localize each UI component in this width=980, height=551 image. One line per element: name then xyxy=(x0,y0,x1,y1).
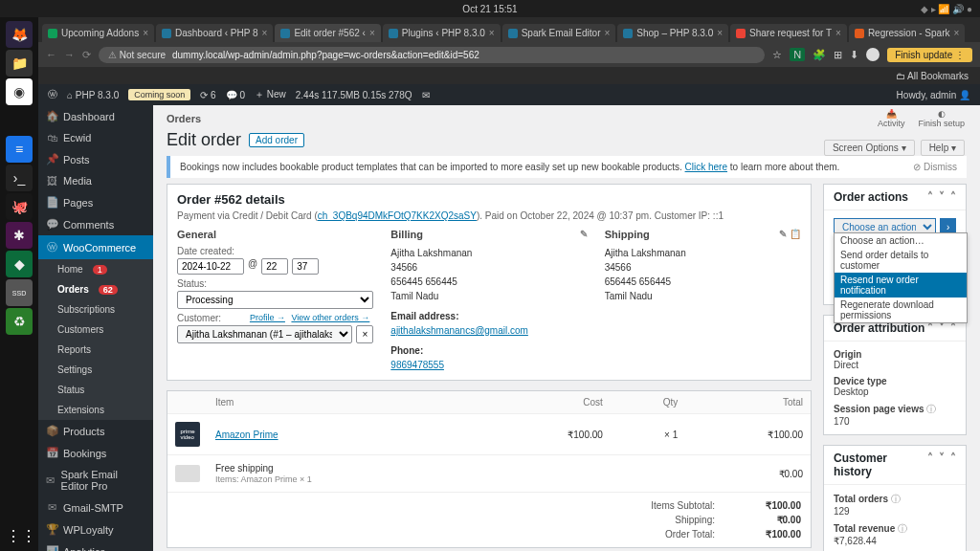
chevron-up-icon[interactable]: ˄ xyxy=(927,190,933,204)
edit-billing-button[interactable]: ✎ xyxy=(580,229,588,240)
howdy-user[interactable]: Howdy, admin 👤 xyxy=(897,90,970,100)
ext-icon[interactable]: N xyxy=(790,48,805,61)
back-button[interactable]: ← xyxy=(46,49,56,60)
menu-analytics[interactable]: 📊Analytics xyxy=(38,540,153,551)
menu-gmail[interactable]: ✉Gmail-SMTP xyxy=(38,496,153,518)
hour-input[interactable] xyxy=(261,258,288,275)
help-button[interactable]: Help ▾ xyxy=(921,140,965,156)
close-icon[interactable]: × xyxy=(262,28,268,38)
tab[interactable]: Share request for T× xyxy=(730,24,847,42)
submenu-settings[interactable]: Settings xyxy=(38,360,153,380)
menu-ecwid[interactable]: 🛍Ecwid xyxy=(38,127,153,148)
dismiss-button[interactable]: ⊘ Dismiss xyxy=(913,162,957,172)
all-bookmarks-link[interactable]: 🗀 All Bookmarks xyxy=(896,71,969,81)
mail-icon[interactable]: ✉ xyxy=(422,90,430,100)
submenu-customers[interactable]: Customers xyxy=(38,320,153,340)
close-icon[interactable]: × xyxy=(835,28,841,38)
tab[interactable]: Spark Email Editor× xyxy=(502,24,616,42)
chevron-down-icon[interactable]: ˅ xyxy=(939,452,945,478)
tab[interactable]: Plugins ‹ PHP 8.3.0× xyxy=(383,24,501,42)
menu-pages[interactable]: 📄Pages xyxy=(38,191,153,213)
submenu-status[interactable]: Status xyxy=(38,380,153,400)
dropdown-option[interactable]: Regenerate download permissions xyxy=(835,298,967,322)
terminal-icon[interactable]: ›_ xyxy=(6,165,33,191)
date-input[interactable] xyxy=(177,258,244,275)
phone-link[interactable]: 9869478555 xyxy=(390,358,587,372)
slack-icon[interactable]: ✱ xyxy=(6,222,33,249)
menu-comments[interactable]: 💬Comments xyxy=(38,213,153,235)
payment-link[interactable]: ch_3QBq94DMkFOtQ7KK2XQ2saSY xyxy=(318,210,477,221)
submenu-reports[interactable]: Reports xyxy=(38,340,153,360)
chevron-up-icon[interactable]: ˄ xyxy=(950,321,956,335)
submenu-subscriptions[interactable]: Subscriptions xyxy=(38,299,153,320)
chevron-down-icon[interactable]: ˅ xyxy=(939,321,945,335)
product-link[interactable]: Amazon Prime xyxy=(215,430,278,440)
menu-wployalty[interactable]: 🏆WPLoyalty xyxy=(38,518,153,540)
dropdown-option[interactable]: Send order details to customer xyxy=(835,248,967,273)
comments-icon[interactable]: 💬 0 xyxy=(226,90,245,100)
menu-products[interactable]: 📦Products xyxy=(38,420,153,442)
dropdown-option[interactable]: Choose an action… xyxy=(835,233,967,248)
chevron-up-icon[interactable]: ˄ xyxy=(950,452,956,478)
info-icon[interactable]: ⓘ xyxy=(891,494,901,504)
site-name[interactable]: ⌂ PHP 8.3.0 xyxy=(67,90,119,100)
tab[interactable]: Dashboard ‹ PHP 8× xyxy=(156,24,273,42)
tab[interactable]: Regression - Spark× xyxy=(849,24,965,42)
ssd-icon[interactable]: SSD xyxy=(6,279,33,306)
menu-dashboard[interactable]: 🏠Dashboard xyxy=(38,105,153,127)
chevron-down-icon[interactable]: ˅ xyxy=(939,190,945,204)
menu-bookings[interactable]: 📅Bookings xyxy=(38,442,153,464)
close-icon[interactable]: × xyxy=(369,28,375,38)
submenu-home[interactable]: Home1 xyxy=(38,259,153,279)
address-bar[interactable]: ⚠ Not secure dummy.local/wp-admin/admin.… xyxy=(99,47,765,63)
view-orders-link[interactable]: View other orders → xyxy=(291,313,369,322)
add-order-button[interactable]: Add order xyxy=(249,133,304,147)
profile-link[interactable]: Profile → xyxy=(250,313,285,322)
menu-media[interactable]: 🖼Media xyxy=(38,170,153,191)
tab-active[interactable]: Edit order #562 ‹× xyxy=(275,24,380,42)
download-icon[interactable]: ⬇ xyxy=(850,49,858,61)
menu-posts[interactable]: 📌Posts xyxy=(38,148,153,170)
activity-button[interactable]: 📥Activity xyxy=(878,109,905,128)
close-icon[interactable]: × xyxy=(604,28,610,38)
minute-input[interactable] xyxy=(292,258,319,275)
wp-logo-icon[interactable]: ⓦ xyxy=(48,88,57,101)
finish-update-button[interactable]: Finish update ⋮ xyxy=(887,48,972,62)
firefox-icon[interactable]: 🦊 xyxy=(6,21,33,48)
star-icon[interactable]: ☆ xyxy=(772,49,782,61)
edit-shipping-button[interactable]: ✎ 📋 xyxy=(779,229,801,240)
notice-link[interactable]: Click here xyxy=(685,162,727,172)
close-icon[interactable]: × xyxy=(143,28,148,38)
reload-button[interactable]: ⟳ xyxy=(82,49,91,61)
screen-options-button[interactable]: Screen Options ▾ xyxy=(824,140,915,156)
close-icon[interactable]: × xyxy=(489,28,495,38)
finish-setup-button[interactable]: ◐Finish setup xyxy=(918,109,965,128)
close-icon[interactable]: × xyxy=(953,28,959,38)
customer-clear-button[interactable]: × xyxy=(356,325,373,343)
updates-icon[interactable]: ⟳ 6 xyxy=(200,90,215,100)
new-button[interactable]: ＋ New xyxy=(255,88,286,101)
email-link[interactable]: ajithalakshmanancs@gmail.com xyxy=(390,323,587,338)
tab[interactable]: Upcoming Addons× xyxy=(42,24,154,42)
info-icon[interactable]: ⓘ xyxy=(926,404,936,414)
app-icon[interactable] xyxy=(6,107,33,134)
submenu-orders[interactable]: Orders62 xyxy=(38,279,153,299)
menu-spark[interactable]: ✉Spark Email Editor Pro xyxy=(38,464,153,496)
github-icon[interactable]: 🐙 xyxy=(6,193,33,220)
chrome-icon[interactable]: ◉ xyxy=(6,78,33,105)
avatar-icon[interactable] xyxy=(866,48,880,61)
chevron-up-icon[interactable]: ˄ xyxy=(927,321,933,335)
ext-icon[interactable]: 🧩 xyxy=(813,49,826,61)
recycle-icon[interactable]: ♻ xyxy=(6,308,33,335)
chevron-up-icon[interactable]: ˄ xyxy=(950,190,956,204)
customer-select[interactable]: Ajitha Lakshmanan (#1 – ajithalakshmanan… xyxy=(177,325,352,343)
status-select[interactable]: Processing xyxy=(177,291,373,309)
ext-icon[interactable]: ⊞ xyxy=(834,49,842,61)
app-icon-blue[interactable]: ≡ xyxy=(6,136,33,163)
chevron-up-icon[interactable]: ˄ xyxy=(927,452,933,478)
info-icon[interactable]: ⓘ xyxy=(898,523,907,534)
files-icon[interactable]: 📁 xyxy=(6,50,33,77)
dropdown-option-selected[interactable]: Resend new order notification xyxy=(835,273,967,298)
submenu-extensions[interactable]: Extensions xyxy=(38,400,153,420)
app-icon-green[interactable]: ◆ xyxy=(6,251,33,277)
